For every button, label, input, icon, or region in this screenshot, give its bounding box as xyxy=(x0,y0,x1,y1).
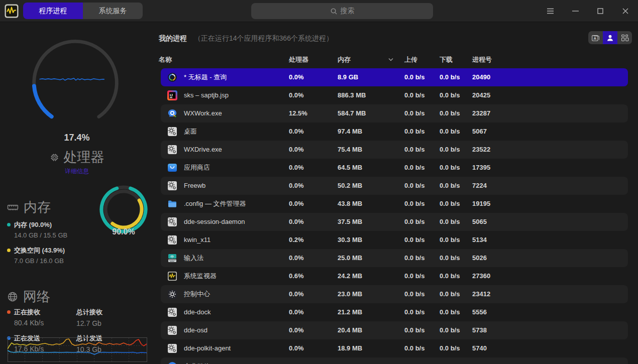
minimize-button[interactable] xyxy=(563,0,588,22)
process-name: WXDrive.exe xyxy=(184,141,222,159)
process-upload: 0.0 b/s xyxy=(404,123,424,141)
process-name: .config — 文件管理器 xyxy=(184,195,246,213)
memory-swap-legend: 交换空间 (43.9%) 7.0 GB / 16.0 GB xyxy=(7,246,65,265)
table-row[interactable]: dde-polkit-agent0.0%18.9 MB0.0 b/s0.0 b/… xyxy=(161,339,628,357)
process-memory: 43.8 MB xyxy=(338,195,362,213)
cpu-chip-icon xyxy=(50,153,59,162)
process-name: 应用商店 xyxy=(184,159,210,177)
process-upload: 0.0 b/s xyxy=(404,285,424,303)
column-upload[interactable]: 上传 xyxy=(404,55,417,64)
process-name: 桌面 xyxy=(184,123,197,141)
process-cpu: 0.0% xyxy=(289,357,304,364)
process-upload: 0.0 b/s xyxy=(404,231,424,249)
process-cpu: 0.0% xyxy=(289,285,304,303)
process-name: kwin_x11 xyxy=(184,231,210,249)
process-name: dde-session-daemon xyxy=(184,213,245,231)
process-cpu: 12.5% xyxy=(289,104,307,123)
process-upload: 0.0 b/s xyxy=(404,177,424,195)
table-row[interactable]: 企业微信0.0%18.7 MB0.0 b/s0.0 b/s23215 xyxy=(161,357,628,364)
close-button[interactable] xyxy=(613,0,638,22)
process-download: 0.0 b/s xyxy=(440,339,460,357)
svg-text:中: 中 xyxy=(170,255,174,259)
view-my-processes-button[interactable] xyxy=(603,31,617,44)
table-row[interactable]: dde-dock0.0%21.2 MB0.0 b/s0.0 b/s5556 xyxy=(161,303,628,321)
navicat-icon xyxy=(167,72,177,82)
column-memory[interactable]: 内存 xyxy=(338,55,351,64)
appstore-icon xyxy=(167,163,177,173)
network-recv-legend: 正在接收 80.4 Kb/s xyxy=(7,308,44,327)
table-row[interactable]: 应用商店0.0%64.5 MB0.0 b/s0.0 b/s17395 xyxy=(161,159,628,177)
cpu-history-line xyxy=(39,78,104,80)
column-pid[interactable]: 进程号 xyxy=(472,55,492,64)
gears-icon xyxy=(167,307,177,317)
table-row[interactable]: dde-session-daemon0.0%37.5 MB0.0 b/s0.0 … xyxy=(161,213,628,231)
table-row[interactable]: kwin_x110.2%30.3 MB0.0 b/s0.0 b/s5134 xyxy=(161,231,628,249)
tab-processes[interactable]: 程序进程 xyxy=(23,3,83,19)
tab-services[interactable]: 系统服务 xyxy=(83,3,143,19)
gears-icon xyxy=(167,181,177,191)
table-row[interactable]: dde-osd0.0%20.4 MB0.0 b/s0.0 b/s5738 xyxy=(161,321,628,339)
gears-icon xyxy=(167,325,177,335)
column-cpu[interactable]: 处理器 xyxy=(289,55,308,64)
process-name: WXWork.exe xyxy=(184,104,222,123)
process-download: 0.0 b/s xyxy=(440,267,460,285)
process-cpu: 0.0% xyxy=(289,123,304,141)
table-row[interactable]: 中输入法0.0%25.0 MB0.0 b/s0.0 b/s5026 xyxy=(161,249,628,267)
svg-text:IJ: IJ xyxy=(170,93,173,97)
table-row[interactable]: Freewb0.0%50.2 MB0.0 b/s0.0 b/s7224 xyxy=(161,177,628,195)
total-recv-label: 总计接收 xyxy=(76,308,102,317)
idea-icon: IJ xyxy=(167,90,177,100)
cpu-details-link[interactable]: 详细信息 xyxy=(0,167,154,176)
process-upload: 0.0 b/s xyxy=(404,321,424,339)
table-row[interactable]: .config — 文件管理器0.0%43.8 MB0.0 b/s0.0 b/s… xyxy=(161,195,628,213)
memory-donut-percent: 90.0% xyxy=(101,227,146,236)
process-cpu: 0.0% xyxy=(289,141,304,159)
process-download: 0.0 b/s xyxy=(440,213,460,231)
gears-icon xyxy=(167,343,177,353)
memory-title-text: 内存 xyxy=(24,198,51,216)
process-pid: 23215 xyxy=(472,357,490,364)
cpu-section-title: 处理器 xyxy=(0,148,154,166)
table-row[interactable]: WXDrive.exe0.0%75.4 MB0.0 b/s0.0 b/s2352… xyxy=(161,141,628,159)
view-applications-button[interactable]: A xyxy=(588,31,603,44)
table-row[interactable]: IJsks – saptjb.jsp0.0%886.3 MB0.0 b/s0.0… xyxy=(161,86,628,104)
window-controls xyxy=(538,0,638,22)
process-name: 控制中心 xyxy=(184,285,210,303)
process-pid: 20425 xyxy=(472,86,490,104)
process-pid: 23522 xyxy=(472,141,490,159)
process-memory: 24.2 MB xyxy=(338,267,362,285)
maximize-button[interactable] xyxy=(588,0,613,22)
process-pid: 5134 xyxy=(472,231,487,249)
main-panel: 我的进程 （正在运行14个应用程序和366个系统进程） A 名称 处理器 内存 … xyxy=(151,23,638,364)
table-row[interactable]: 控制中心0.0%23.0 MB0.0 b/s0.0 b/s23412 xyxy=(161,285,628,303)
process-download: 0.0 b/s xyxy=(440,159,460,177)
column-download[interactable]: 下载 xyxy=(440,55,453,64)
process-cpu: 0.0% xyxy=(289,159,304,177)
ram-value: 14.0 GB / 15.5 GB xyxy=(14,231,67,239)
process-upload: 0.0 b/s xyxy=(404,141,424,159)
search-input[interactable]: 搜索 xyxy=(251,3,433,19)
column-name[interactable]: 名称 xyxy=(159,55,172,64)
table-row[interactable]: 系统监视器0.6%24.2 MB0.0 b/s0.0 b/s27360 xyxy=(161,267,628,285)
table-row[interactable]: * 无标题 - 查询0.0%8.9 GB0.0 b/s0.0 b/s20490 xyxy=(161,68,628,86)
view-all-processes-button[interactable] xyxy=(617,31,632,44)
ram-icon xyxy=(7,202,19,213)
table-row[interactable]: 桌面0.0%97.4 MB0.0 b/s0.0 b/s5067 xyxy=(161,123,628,141)
swap-value: 7.0 GB / 16.0 GB xyxy=(14,257,65,265)
process-memory: 20.4 MB xyxy=(338,321,362,339)
network-total-recv: 总计接收 12.7 Gb xyxy=(76,308,102,327)
process-download: 0.0 b/s xyxy=(440,249,460,267)
app-icon xyxy=(4,4,19,19)
ram-label: 内存 (90.0%) xyxy=(14,221,52,228)
process-download: 0.0 b/s xyxy=(440,123,460,141)
process-pid: 5067 xyxy=(472,123,487,141)
controlcenter-icon xyxy=(167,289,177,299)
process-name: 系统监视器 xyxy=(184,267,217,285)
memory-section-title: 内存 xyxy=(7,198,51,216)
menu-icon[interactable] xyxy=(538,0,563,22)
process-download: 0.0 b/s xyxy=(440,68,460,86)
process-download: 0.0 b/s xyxy=(440,195,460,213)
process-memory: 21.2 MB xyxy=(338,303,362,321)
process-name: * 无标题 - 查询 xyxy=(184,68,227,86)
table-row[interactable]: WXWork.exe12.5%584.7 MB0.0 b/s0.0 b/s232… xyxy=(161,104,628,123)
